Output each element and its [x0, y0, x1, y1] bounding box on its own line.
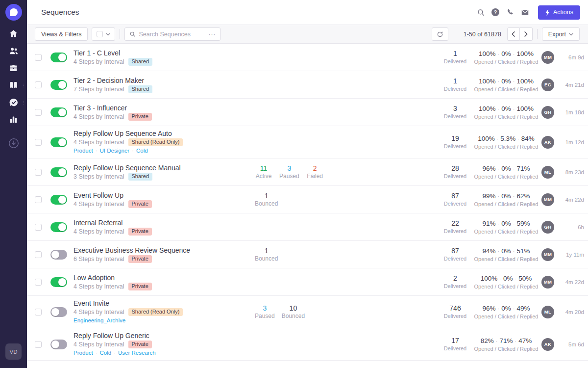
engagement-values: 99%·0%·62% [474, 192, 539, 201]
dot-separator: · [498, 51, 500, 57]
last-activity-time: 4m 20d [558, 309, 584, 315]
row-checkbox[interactable] [35, 279, 42, 286]
clicked-value: 0% [501, 105, 511, 112]
sequence-toggle[interactable] [50, 277, 67, 287]
chevron-down-icon [569, 33, 573, 36]
row-checkbox[interactable] [35, 196, 42, 203]
sequence-info: Reply Follow Up Generic4 Steps by Interv… [74, 332, 255, 357]
select-all-checkbox[interactable] [97, 31, 103, 37]
phone-icon[interactable] [503, 5, 517, 20]
row-checkbox[interactable] [35, 169, 42, 176]
refresh-button[interactable] [432, 27, 448, 41]
mid-stats: 11Active3Paused2Failed [255, 164, 338, 180]
views-filters-button[interactable]: Views & Filters [35, 27, 88, 41]
sequence-toggle[interactable] [50, 222, 67, 232]
sequence-toggle[interactable] [50, 195, 67, 205]
sequence-toggle[interactable] [50, 53, 67, 62]
kebab-menu-icon[interactable]: ⋮ [21, 83, 25, 87]
sequence-name[interactable]: Reply Follow Up Sequence Auto [74, 130, 255, 138]
row-checkbox[interactable] [35, 341, 42, 348]
select-all-dropdown[interactable] [92, 27, 115, 41]
delivered-label: Delivered [437, 228, 474, 235]
row-checkbox[interactable] [35, 224, 42, 231]
sequence-steps: 4 Steps by Interval [74, 139, 124, 146]
search-box[interactable]: ··· [124, 27, 220, 41]
sequence-tag[interactable]: UI Designer [99, 148, 129, 154]
mail-icon[interactable] [517, 5, 532, 20]
mid-stats: 3Paused10Bounced [255, 304, 338, 320]
dot-separator: · [513, 79, 515, 84]
row-stat: 2Failed [306, 164, 324, 180]
export-label: Export [548, 31, 566, 38]
sequence-name[interactable]: Internal Referral [74, 219, 255, 227]
sequence-tag[interactable]: User Research [118, 350, 156, 356]
sequence-name[interactable]: Event Invite [74, 299, 255, 308]
search-options-icon[interactable]: ··· [208, 31, 216, 38]
tag-separator: · [132, 148, 134, 154]
engagement-values: 100%·0%·100% [474, 105, 539, 113]
engagement-label: Opened / Clicked / Replied [474, 143, 539, 150]
kebab-menu-icon[interactable]: ⋮ [21, 101, 25, 105]
sequence-subtitle: 4 Steps by IntervalShared (Read Only) [74, 138, 255, 146]
row-checkbox[interactable] [35, 54, 42, 61]
sequence-toggle[interactable] [50, 167, 67, 177]
sequence-name[interactable]: Executive Business Review Sequence [74, 246, 255, 255]
sequence-subtitle: 4 Steps by IntervalPrivate [74, 283, 255, 290]
briefcase-icon [9, 63, 18, 73]
mid-stats: 1Bounced [255, 192, 338, 208]
next-page-button[interactable] [520, 27, 533, 41]
search-icon[interactable] [473, 5, 488, 20]
sequence-toggle[interactable] [50, 250, 67, 260]
sequence-steps: 4 Steps by Interval [74, 283, 124, 290]
sequence-tag[interactable]: Engineering_Archive [74, 317, 125, 323]
sequence-toggle[interactable] [50, 340, 67, 349]
search-input[interactable] [139, 31, 205, 38]
delivered-value: 22 [437, 219, 474, 228]
sidebar-item-tasks[interactable]: ⋮ [0, 94, 27, 111]
dot-separator: · [513, 51, 515, 57]
sequence-subtitle: 4 Steps by IntervalShared (Read Only) [74, 308, 255, 316]
sequence-toggle[interactable] [50, 80, 67, 90]
sequence-name[interactable]: Low Adoption [74, 274, 255, 282]
sequence-name[interactable]: Tier 3 - Influencer [74, 104, 255, 112]
sidebar-item-import[interactable] [0, 134, 27, 152]
prev-page-button[interactable] [507, 27, 520, 41]
sequence-toggle[interactable] [50, 137, 67, 147]
sequence-tag[interactable]: Cold [99, 350, 111, 356]
toggle-knob [58, 138, 66, 146]
row-checkbox[interactable] [35, 139, 42, 146]
sidebar-item-content[interactable]: ⋮ [0, 77, 27, 94]
row-checkbox[interactable] [35, 251, 42, 258]
sequence-tag[interactable]: Product [74, 148, 93, 154]
sequence-name[interactable]: Tier 2 - Decision Maker [74, 77, 255, 85]
opened-value: 91% [483, 220, 496, 227]
sidebar-item-home[interactable] [0, 25, 27, 42]
toolbar-divider [537, 29, 538, 39]
delivered-value: 3 [437, 105, 474, 113]
sidebar-item-reports[interactable] [0, 111, 27, 128]
user-avatar[interactable]: VD [5, 343, 22, 360]
sequence-tag[interactable]: Product [74, 350, 93, 356]
sequence-steps: 4 Steps by Interval [74, 201, 124, 208]
actions-button[interactable]: Actions [538, 5, 580, 20]
sequence-name[interactable]: Event Follow Up [74, 191, 255, 200]
sidebar-item-accounts[interactable] [0, 59, 27, 77]
sequence-tag[interactable]: Cold [136, 148, 148, 154]
row-checkbox[interactable] [35, 309, 42, 315]
engagement-label: Opened / Clicked / Replied [474, 345, 539, 352]
sequence-name[interactable]: Tier 1 - C Level [74, 49, 255, 57]
sidebar-item-people[interactable] [0, 42, 27, 59]
sequence-toggle[interactable] [50, 107, 67, 117]
outreach-logo-icon[interactable] [5, 4, 22, 21]
export-button[interactable]: Export [542, 27, 580, 41]
dot-separator: · [513, 106, 515, 112]
row-checkbox[interactable] [35, 109, 42, 116]
sequence-name[interactable]: Reply Follow Up Generic [74, 332, 255, 340]
help-icon[interactable]: ? [488, 5, 503, 20]
stat-label: Active [255, 173, 272, 180]
sequence-subtitle: 4 Steps by IntervalPrivate [74, 113, 255, 121]
sequence-name[interactable]: Reply Follow Up Sequence Manual [74, 164, 255, 172]
row-checkbox[interactable] [35, 81, 42, 88]
sequence-toggle[interactable] [50, 307, 67, 317]
opened-value: 100% [479, 105, 496, 112]
